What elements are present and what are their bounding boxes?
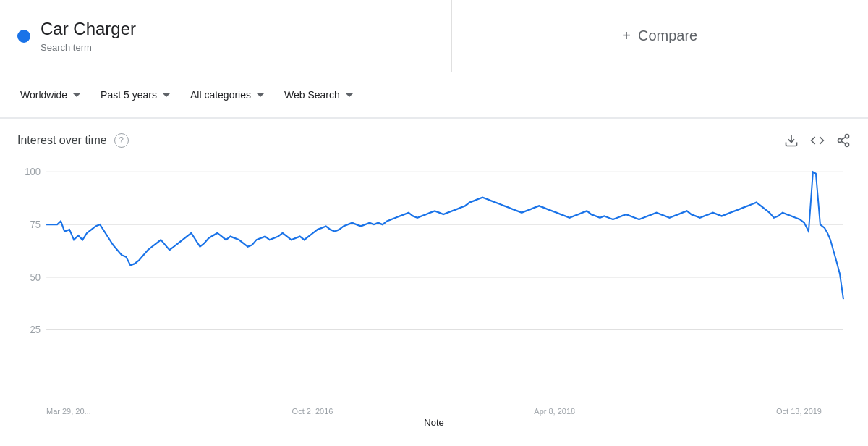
search-term-title: Car Charger (41, 19, 136, 40)
action-icons (784, 133, 851, 148)
main-content: Interest over time ? (0, 119, 868, 401)
time-range-filter[interactable]: Past 5 years (92, 83, 179, 106)
time-range-filter-label: Past 5 years (101, 89, 157, 101)
x-label-2: Oct 2, 2016 (292, 407, 333, 416)
page-header: Car Charger Search term + Compare (0, 0, 868, 72)
time-range-chevron-icon (163, 93, 170, 97)
svg-text:25: 25 (30, 323, 41, 335)
help-icon[interactable]: ? (114, 133, 129, 148)
section-title-group: Interest over time ? (17, 133, 129, 148)
download-button[interactable] (784, 133, 799, 148)
chart-container: 100 75 50 25 Mar 29, 20... Oct 2, 2016 A… (17, 155, 851, 401)
search-type-chevron-icon (346, 93, 353, 97)
x-label-1: Mar 29, 20... (46, 407, 91, 416)
x-axis-labels: Mar 29, 20... Oct 2, 2016 Apr 8, 2018 Oc… (17, 404, 851, 416)
search-type-filter-label: Web Search (284, 89, 340, 101)
svg-text:100: 100 (25, 165, 41, 177)
category-filter-label: All categories (190, 89, 251, 101)
x-label-3: Apr 8, 2018 (534, 407, 575, 416)
svg-line-5 (841, 137, 846, 139)
category-chevron-icon (257, 93, 264, 97)
section-header: Interest over time ? (17, 133, 851, 148)
search-term-subtitle: Search term (41, 42, 136, 53)
svg-text:50: 50 (30, 271, 41, 283)
compare-section[interactable]: + Compare (452, 0, 869, 72)
plus-icon: + (622, 28, 631, 44)
section-title: Interest over time (17, 134, 107, 147)
interest-chart: 100 75 50 25 (17, 155, 851, 401)
svg-line-4 (841, 141, 846, 143)
x-label-4: Oct 13, 2019 (776, 407, 822, 416)
help-icon-label: ? (119, 135, 124, 146)
location-filter-label: Worldwide (20, 89, 67, 101)
location-filter[interactable]: Worldwide (12, 83, 89, 106)
svg-point-2 (838, 139, 842, 143)
compare-label: Compare (638, 28, 697, 44)
search-term-section: Car Charger Search term (0, 0, 452, 72)
category-filter[interactable]: All categories (182, 83, 273, 106)
embed-button[interactable] (810, 133, 825, 148)
share-button[interactable] (836, 133, 851, 148)
search-term-text: Car Charger Search term (41, 19, 136, 53)
svg-text:75: 75 (30, 218, 41, 230)
chart-note: Note (17, 417, 851, 428)
svg-point-3 (846, 143, 849, 146)
search-type-filter[interactable]: Web Search (276, 83, 362, 106)
filter-bar: Worldwide Past 5 years All categories We… (0, 72, 868, 119)
svg-point-1 (846, 135, 849, 138)
term-indicator-dot (17, 30, 30, 43)
trend-line (46, 172, 843, 299)
location-chevron-icon (73, 93, 80, 97)
